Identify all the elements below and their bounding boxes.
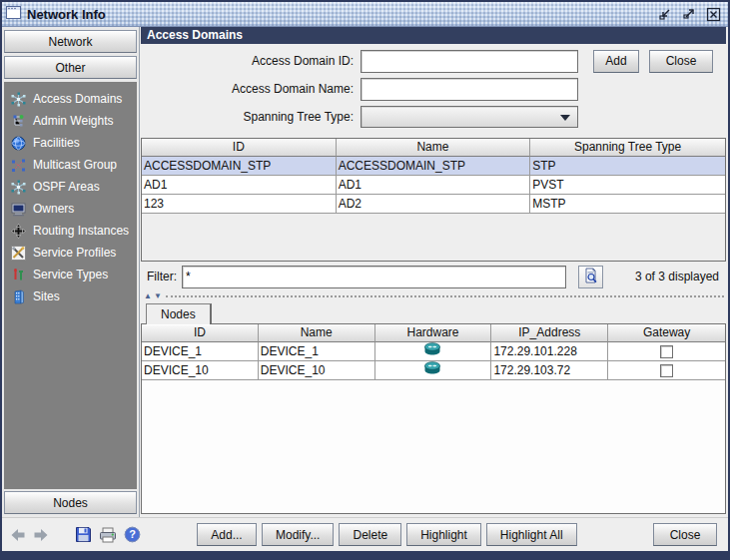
- help-icon[interactable]: ?: [124, 525, 141, 545]
- sidebar-item-sites[interactable]: Sites: [10, 287, 133, 305]
- delete-button[interactable]: Delete: [339, 523, 401, 546]
- close-icon[interactable]: [704, 5, 722, 23]
- table-row[interactable]: DEVICE_1 DEVICE_1 172.29.101.228: [142, 342, 725, 361]
- cell-id: DEVICE_10: [142, 361, 259, 380]
- sidebar-item-service-types[interactable]: Service Types: [10, 266, 133, 283]
- access-domain-form: Access Domain ID: Add Close Access Domai…: [141, 44, 726, 136]
- cell-id: DEVICE_1: [142, 342, 259, 361]
- sidebar-button-other[interactable]: Other: [4, 56, 137, 79]
- tools-icon: [10, 245, 26, 261]
- sidebar-item-admin-weights[interactable]: Admin Weights: [10, 112, 133, 130]
- cell-name: AD2: [337, 195, 531, 214]
- collapse-down-icon[interactable]: ▼: [154, 292, 162, 300]
- tab-bar: Nodes: [141, 300, 726, 323]
- access-domain-id-label: Access Domain ID:: [141, 54, 361, 68]
- window-icon: [6, 6, 21, 22]
- add-button[interactable]: Add: [593, 50, 639, 73]
- close-form-button[interactable]: Close: [649, 50, 713, 73]
- column-header-ip-address[interactable]: IP_Address: [491, 324, 608, 342]
- column-header-hardware[interactable]: Hardware: [375, 324, 492, 342]
- forward-arrow-icon[interactable]: [33, 525, 49, 545]
- sidebar-item-label: Access Domains: [33, 92, 122, 106]
- sidebar-item-owners[interactable]: Owners: [10, 200, 133, 218]
- column-header-id[interactable]: ID: [142, 139, 337, 157]
- column-header-spanning-tree-type[interactable]: Spanning Tree Type: [530, 139, 725, 157]
- minimize-icon[interactable]: [656, 5, 674, 23]
- cell-id: 123: [142, 195, 337, 214]
- table-header-row: ID Name Hardware IP_Address Gateway: [142, 324, 725, 342]
- sidebar-item-multicast-group[interactable]: Multicast Group: [10, 156, 133, 174]
- add-node-button[interactable]: Add...: [197, 523, 257, 546]
- table-row[interactable]: ACCESSDOMAIN_STP ACCESSDOMAIN_STP STP: [142, 157, 725, 176]
- save-icon[interactable]: [75, 525, 92, 545]
- print-icon[interactable]: [99, 525, 117, 545]
- table-header-row: ID Name Spanning Tree Type: [142, 139, 725, 157]
- cell-name: DEVICE_1: [259, 342, 375, 361]
- cell-hardware: [375, 361, 492, 380]
- sidebar-item-service-profiles[interactable]: Service Profiles: [10, 244, 133, 262]
- highlight-button[interactable]: Highlight: [406, 523, 481, 546]
- cross-arrows-icon: [10, 223, 26, 239]
- sidebar-item-label: Admin Weights: [33, 114, 113, 128]
- multicast-icon: [10, 157, 26, 173]
- window-bottom-border: [2, 551, 728, 558]
- sidebar-button-network[interactable]: Network: [4, 30, 137, 53]
- table-row[interactable]: 123 AD2 MSTP: [142, 195, 725, 214]
- cell-name: ACCESSDOMAIN_STP: [337, 157, 531, 176]
- tree-icon: [10, 113, 26, 129]
- sidebar: Network Other Access Domains Admin Weigh…: [2, 27, 140, 517]
- section-header: Access Domains: [141, 27, 726, 44]
- gateway-checkbox[interactable]: [660, 345, 673, 358]
- cell-gateway: [608, 361, 725, 380]
- titlebar: Network Info: [2, 2, 728, 27]
- column-header-gateway[interactable]: Gateway: [608, 324, 725, 342]
- spanning-tree-type-select[interactable]: [361, 106, 578, 128]
- sidebar-button-nodes[interactable]: Nodes: [4, 491, 137, 514]
- cell-id: AD1: [142, 176, 337, 195]
- cell-name: AD1: [337, 176, 531, 195]
- sidebar-item-label: Routing Instances: [33, 224, 129, 238]
- access-domain-name-field[interactable]: [361, 78, 578, 101]
- monitor-icon: [10, 201, 26, 217]
- filter-input[interactable]: [182, 266, 566, 288]
- sidebar-item-label: OSPF Areas: [33, 180, 100, 194]
- access-domains-table: ID Name Spanning Tree Type ACCESSDOMAIN_…: [141, 138, 726, 262]
- sidebar-item-facilities[interactable]: Facilities: [10, 134, 133, 152]
- search-document-icon: [583, 268, 599, 286]
- table-row[interactable]: DEVICE_10 DEVICE_10 172.29.103.72: [142, 361, 725, 380]
- sidebar-item-label: Service Types: [33, 268, 108, 281]
- cell-gateway: [608, 342, 725, 361]
- main-panel: Access Domains Access Domain ID: Add Clo…: [140, 27, 728, 517]
- modify-button[interactable]: Modify...: [262, 523, 334, 546]
- network-star-icon: [10, 91, 26, 107]
- router-icon: [423, 361, 441, 379]
- table-row[interactable]: AD1 AD1 PVST: [142, 176, 725, 195]
- access-domain-id-field[interactable]: [361, 50, 578, 73]
- cell-type: MSTP: [530, 195, 725, 214]
- access-domain-name-label: Access Domain Name:: [141, 82, 361, 96]
- spanning-tree-type-label: Spanning Tree Type:: [141, 110, 361, 124]
- collapse-up-icon[interactable]: ▲: [144, 292, 152, 300]
- back-arrow-icon[interactable]: [10, 525, 26, 545]
- filter-label: Filter:: [147, 270, 182, 283]
- cell-hardware: [375, 342, 492, 361]
- tab-nodes[interactable]: Nodes: [146, 303, 212, 324]
- column-header-name[interactable]: Name: [337, 139, 531, 157]
- maximize-icon[interactable]: [680, 5, 698, 23]
- window-title: Network Info: [27, 7, 116, 22]
- nav-toolbar: ?: [2, 525, 141, 545]
- column-header-name[interactable]: Name: [259, 324, 375, 342]
- gateway-checkbox[interactable]: [660, 364, 673, 377]
- sidebar-item-label: Facilities: [33, 136, 80, 150]
- apply-filter-button[interactable]: [578, 266, 603, 288]
- filter-bar: Filter: 3 of 3 displayed: [141, 262, 726, 291]
- close-window-button[interactable]: Close: [653, 523, 717, 546]
- small-tools-icon: [10, 267, 26, 282]
- highlight-all-button[interactable]: Highlight All: [486, 523, 577, 546]
- column-header-id[interactable]: ID: [142, 324, 259, 342]
- sidebar-item-ospf-areas[interactable]: OSPF Areas: [10, 178, 133, 196]
- sidebar-item-routing-instances[interactable]: Routing Instances: [10, 222, 133, 240]
- split-divider[interactable]: ▲ ▼: [141, 291, 726, 300]
- globe-icon: [10, 135, 26, 151]
- sidebar-item-access-domains[interactable]: Access Domains: [10, 90, 133, 108]
